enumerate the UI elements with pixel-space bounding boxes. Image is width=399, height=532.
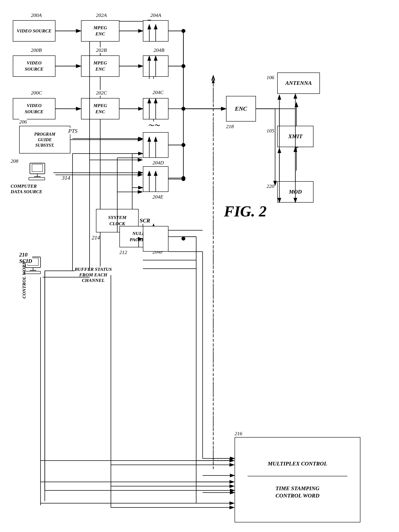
- id-314: 314: [62, 175, 70, 181]
- xmit-label: XMIT: [288, 133, 302, 140]
- mux-204b-box: [143, 56, 168, 77]
- mod-box: MOD: [277, 181, 313, 203]
- time-stamping-label: TIME STAMPINGCONTROL WORD: [276, 485, 319, 499]
- enc-box: ENC: [226, 96, 256, 121]
- mpeg-enc-b-label: MPEGENC: [93, 60, 107, 72]
- mux-204d-id: 204D: [152, 160, 164, 166]
- video-source-b-box: VIDEOSOURCE: [13, 56, 56, 77]
- video-source-a-label: VIDEO SOURCE: [17, 28, 51, 34]
- antenna-box: ANTENNA: [277, 72, 320, 94]
- null-packet-id: 212: [120, 249, 127, 255]
- video-source-c-box: VIDEOSOURCE: [13, 98, 56, 119]
- mux-204a-id: 204A: [150, 12, 161, 18]
- mux-204b-id: 204B: [153, 47, 165, 53]
- svg-rect-68: [29, 177, 45, 180]
- antenna-label: ANTENNA: [285, 80, 312, 87]
- mux-204d-box: [143, 132, 168, 158]
- xmit-id: 105: [266, 128, 274, 134]
- mpeg-enc-b-box: MPEGENC: [81, 56, 120, 77]
- video-source-a-box: VIDEO SOURCE: [13, 20, 56, 42]
- video-source-a-id: 200A: [31, 12, 42, 18]
- video-source-c-id: 200C: [31, 90, 42, 96]
- computer-icon: [28, 162, 49, 182]
- mpeg-enc-c-label: MPEGENC: [93, 102, 107, 115]
- mux-204f-box: [143, 226, 168, 252]
- mpeg-enc-a-id: 202A: [96, 12, 107, 18]
- mux-204e-id: 204E: [152, 194, 163, 200]
- video-source-c-label: VIDEOSOURCE: [25, 102, 44, 115]
- buffer-status-label: BUFFER STATUSFROM EACHCHANNEL: [75, 266, 112, 283]
- svg-rect-65: [32, 164, 43, 172]
- multiplex-control-id: 216: [234, 431, 242, 437]
- control-word-label: CONTROL WORD: [21, 261, 27, 298]
- video-source-b-label: VIDEOSOURCE: [25, 60, 44, 72]
- id-214: 214: [92, 234, 100, 241]
- dot-mux-c: [182, 107, 185, 111]
- mpeg-enc-a-box: MPEGENC: [81, 20, 120, 42]
- svg-marker-45: [212, 79, 215, 83]
- scr-label: SCR: [140, 217, 150, 224]
- multiplex-control-label: MULTIPLEX CONTROL: [268, 460, 327, 467]
- mux-204a-box: [143, 20, 168, 42]
- mpeg-enc-b-id: 202B: [96, 47, 107, 53]
- mux-204c-box: [143, 98, 168, 119]
- antenna-id: 106: [266, 75, 274, 80]
- mod-label: MOD: [289, 188, 302, 196]
- enc-id: 218: [226, 124, 234, 129]
- pts-label: PTS: [68, 128, 77, 134]
- fig-2-label: FIG. 2: [224, 203, 266, 220]
- mod-id: 220: [266, 183, 274, 189]
- program-guide-id: 206: [19, 119, 27, 125]
- squiggly-lines: 〜〜: [148, 121, 160, 130]
- mpeg-enc-a-label: MPEGENC: [93, 25, 107, 37]
- system-clock-label: SYSTEMCLOCK: [108, 215, 127, 227]
- multiplex-control-box: MULTIPLEX CONTROL TIME STAMPINGCONTROL W…: [234, 437, 361, 522]
- dot-204f: [182, 237, 185, 241]
- computer-data-id: 208: [11, 158, 18, 164]
- program-guide-box: PROGRAMGUIDESUBSYST.: [19, 126, 70, 153]
- dot-mux-a: [182, 29, 185, 33]
- mux-204c-id: 204C: [152, 89, 164, 95]
- program-guide-label: PROGRAMGUIDESUBSYST.: [34, 131, 56, 148]
- xmit-box: XMIT: [277, 126, 313, 147]
- video-source-b-id: 200B: [31, 47, 42, 53]
- mux-204e-box: [143, 166, 168, 192]
- dot-mux-e: [182, 176, 185, 180]
- divider-line: [247, 476, 348, 476]
- dot-mux-b: [182, 64, 185, 68]
- dot-mux-d: [182, 143, 185, 147]
- computer-data-label: COMPUTERDATA SOURCE: [11, 183, 42, 195]
- enc-label: ENC: [235, 105, 247, 113]
- svg-rect-73: [25, 271, 40, 274]
- computer-svg: [28, 162, 49, 181]
- mpeg-enc-c-box: MPEGENC: [81, 98, 120, 119]
- mpeg-enc-c-id: 202C: [96, 90, 107, 96]
- diagram: VIDEO SOURCE 200A VIDEOSOURCE 200B VIDEO…: [0, 0, 399, 532]
